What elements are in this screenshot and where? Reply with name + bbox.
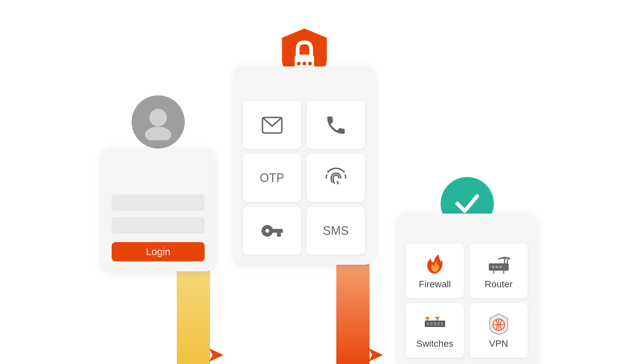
username-field[interactable] xyxy=(112,194,205,211)
yellow-pillar-left xyxy=(177,268,210,364)
mfa-otp: OTP xyxy=(243,154,301,202)
svg-rect-20 xyxy=(441,322,443,325)
svg-point-10 xyxy=(499,266,501,268)
auth-card: Firewall xyxy=(397,214,537,364)
svg-point-8 xyxy=(492,266,494,268)
router-label: Router xyxy=(484,279,512,290)
mfa-key xyxy=(243,207,301,255)
step-auth: Firewall xyxy=(384,180,550,364)
svg-line-12 xyxy=(507,259,508,263)
svg-point-3 xyxy=(297,62,301,65)
mfa-card: OTP xyxy=(235,66,374,265)
login-card: Login xyxy=(102,148,215,271)
svg-point-0 xyxy=(150,109,167,126)
diagram-row: Login ➤ xyxy=(0,0,642,364)
password-field[interactable] xyxy=(112,217,205,233)
svg-point-9 xyxy=(495,266,498,268)
mfa-fingerprint xyxy=(307,154,365,202)
switches-label: Switches xyxy=(416,338,453,349)
svg-point-4 xyxy=(302,62,306,65)
arrow-connector-1: ➤ xyxy=(207,341,225,364)
auth-router: Router xyxy=(470,243,528,298)
auth-switches: Switches xyxy=(406,303,464,358)
svg-rect-18 xyxy=(434,322,436,325)
auth-firewall: Firewall xyxy=(406,243,464,298)
auth-vpn: VPN xyxy=(470,303,528,358)
svg-point-1 xyxy=(145,127,171,140)
svg-rect-7 xyxy=(489,263,509,271)
mfa-email xyxy=(243,101,301,149)
main-container: Login ➤ xyxy=(0,0,642,364)
step-login: Login ➤ xyxy=(92,122,225,364)
mfa-grid: OTP xyxy=(243,101,366,255)
sms-label: SMS xyxy=(323,224,349,238)
svg-rect-16 xyxy=(427,322,429,325)
otp-label: OTP xyxy=(260,171,284,185)
arrow-right-2-icon: ➤ xyxy=(366,344,384,364)
vpn-label: VPN xyxy=(489,338,508,349)
svg-rect-19 xyxy=(437,322,440,325)
arrow-right-icon: ➤ xyxy=(207,344,225,364)
step-mfa: OTP xyxy=(225,33,384,364)
firewall-label: Firewall xyxy=(419,279,451,290)
arrow-connector-2: ➤ xyxy=(366,341,384,364)
svg-point-5 xyxy=(308,62,312,65)
auth-grid: Firewall xyxy=(406,243,529,358)
mfa-phone xyxy=(307,101,365,149)
svg-rect-17 xyxy=(430,322,433,325)
mfa-sms: SMS xyxy=(307,207,365,255)
orange-pillar xyxy=(336,261,370,364)
login-button[interactable]: Login xyxy=(112,242,205,261)
avatar xyxy=(132,95,185,148)
